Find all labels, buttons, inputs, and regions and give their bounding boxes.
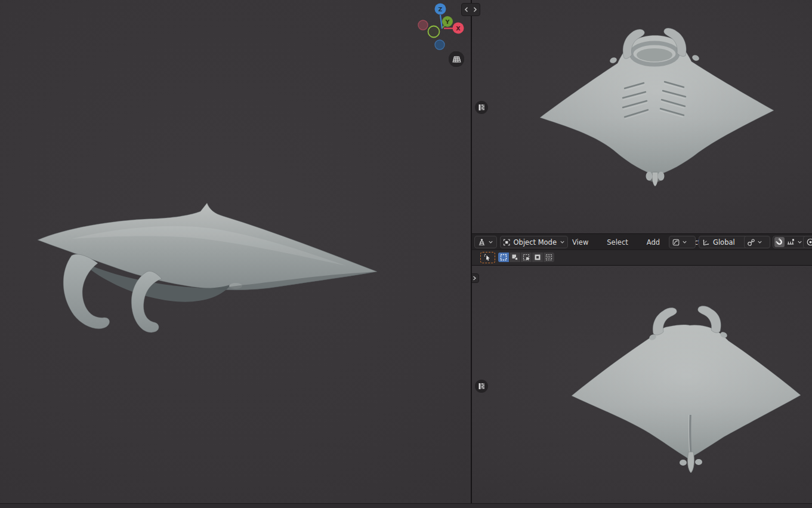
- chevron-down-icon: [560, 239, 565, 245]
- select-mode-set[interactable]: [498, 253, 509, 262]
- blender-window: Z Y X: [0, 0, 812, 508]
- axis-y-label: Y: [445, 19, 450, 25]
- viewport-ventral[interactable]: [472, 0, 812, 233]
- select-box-tool-icon: [483, 253, 492, 262]
- snap-target-dropdown[interactable]: [744, 236, 770, 248]
- select-mode-subtract[interactable]: [521, 253, 532, 262]
- select-extend-icon: [511, 254, 518, 261]
- tool-settings-bar: [472, 250, 812, 265]
- select-mode-intersect[interactable]: [544, 253, 554, 262]
- axis-neg-y-ball: [428, 26, 440, 38]
- editor-divider[interactable]: [471, 0, 472, 503]
- chevron-right-icon: [472, 275, 477, 281]
- select-subtract-icon: [523, 254, 530, 261]
- manta-model-ventral[interactable]: [534, 27, 785, 191]
- menu-view[interactable]: View: [571, 237, 589, 248]
- pivot-point-dropdown[interactable]: [669, 236, 696, 248]
- select-set-icon: [500, 254, 507, 261]
- hidden-region-button-top[interactable]: [475, 101, 488, 114]
- viewport-dorsal[interactable]: [472, 266, 812, 503]
- axis-x-label: X: [456, 25, 461, 32]
- orientation-label: Global: [712, 238, 736, 247]
- mode-label: Object Mode: [512, 238, 558, 247]
- chevron-down-icon: [757, 239, 762, 245]
- increment-snap-icon[interactable]: [786, 238, 795, 247]
- select-mode-group: [498, 253, 554, 262]
- viewport-perspective[interactable]: Z Y X: [0, 0, 471, 503]
- expand-region-buttons[interactable]: [461, 3, 480, 16]
- menu-select[interactable]: Select: [606, 237, 629, 248]
- orientation-axes-icon: [702, 238, 710, 247]
- orthographic-grid-icon: [452, 54, 462, 64]
- editor-type-dropdown[interactable]: [474, 236, 497, 248]
- axis-neg-z-ball: [435, 40, 444, 50]
- hidden-region-button-bottom[interactable]: [475, 380, 488, 393]
- magnet-icon: [775, 238, 784, 247]
- snap-target-icon: [747, 238, 755, 247]
- manta-model-dorsal[interactable]: [564, 295, 808, 481]
- select-mode-invert[interactable]: [532, 253, 543, 262]
- axis-neg-x-ball: [418, 20, 428, 30]
- mode-dropdown[interactable]: Object Mode: [500, 236, 568, 248]
- viewport-header: Object Mode View Select Add Object: [472, 233, 812, 266]
- editor-3d-viewport-icon: [477, 238, 486, 247]
- filmstrip-icon: [477, 382, 486, 390]
- object-mode-icon: [503, 238, 511, 247]
- chevron-left-icon: [464, 6, 470, 13]
- snap-toggle[interactable]: [774, 237, 785, 247]
- proportional-editing-icon: [806, 238, 812, 247]
- chevron-down-icon: [682, 239, 687, 245]
- proportional-editing-toggle[interactable]: [803, 236, 812, 248]
- snap-group: [773, 236, 807, 248]
- expand-toolbar-button[interactable]: [472, 273, 479, 283]
- select-invert-icon: [534, 254, 541, 261]
- manta-model-perspective[interactable]: [24, 197, 394, 346]
- axis-z-label: Z: [439, 6, 443, 13]
- pivot-point-icon: [672, 238, 680, 247]
- view-axis-gizmo[interactable]: Z Y X: [415, 2, 468, 54]
- bottom-editor-edge[interactable]: [0, 503, 812, 508]
- select-mode-extend[interactable]: [510, 253, 520, 262]
- chevron-down-icon: [488, 239, 493, 245]
- chevron-down-icon: [797, 239, 802, 245]
- menu-add[interactable]: Add: [646, 237, 661, 248]
- active-tool-indicator[interactable]: [480, 252, 495, 263]
- select-intersect-icon: [545, 254, 552, 261]
- chevron-right-icon: [472, 6, 478, 13]
- filmstrip-icon: [477, 103, 486, 112]
- toggle-orthographic-button[interactable]: [449, 51, 464, 67]
